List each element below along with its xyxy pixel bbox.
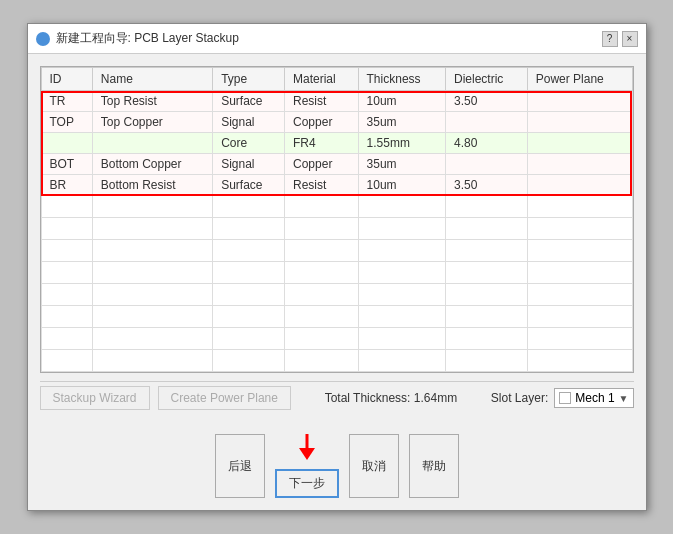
total-thickness-label: Total Thickness: 1.64mm [325,391,458,405]
content-area: ID Name Type Material Thickness Dielectr… [28,54,646,426]
col-power-plane: Power Plane [527,68,632,91]
slot-color-swatch [559,392,571,404]
layer-table: ID Name Type Material Thickness Dielectr… [41,67,633,372]
slot-dropdown-arrow[interactable]: ▼ [619,393,629,404]
title-bar-left: 新建工程向导: PCB Layer Stackup [36,30,239,47]
bottom-bar: Stackup Wizard Create Power Plane Total … [40,381,634,414]
next-button[interactable]: 下一步 [275,469,339,498]
col-material: Material [285,68,359,91]
table-row-empty [41,350,632,372]
table-row[interactable]: TRTop ResistSurfaceResist10um3.50 [41,91,632,112]
stackup-wizard-button[interactable]: Stackup Wizard [40,386,150,410]
layer-table-container: ID Name Type Material Thickness Dielectr… [40,66,634,373]
table-row-empty [41,240,632,262]
table-row[interactable]: CoreFR41.55mm4.80 [41,133,632,154]
create-power-plane-button[interactable]: Create Power Plane [158,386,291,410]
close-window-btn[interactable]: × [622,31,638,47]
back-button[interactable]: 后退 [215,434,265,498]
title-bar: 新建工程向导: PCB Layer Stackup ? × [28,24,646,54]
title-bar-controls: ? × [602,31,638,47]
cancel-button[interactable]: 取消 [349,434,399,498]
main-window: 新建工程向导: PCB Layer Stackup ? × ID Name Ty… [27,23,647,511]
table-row-empty [41,262,632,284]
table-row[interactable]: BOTBottom CopperSignalCopper35um [41,154,632,175]
table-header-row: ID Name Type Material Thickness Dielectr… [41,68,632,91]
table-row-empty [41,284,632,306]
table-row[interactable]: BRBottom ResistSurfaceResist10um3.50 [41,175,632,196]
bottom-bar-left: Stackup Wizard Create Power Plane [40,386,291,410]
footer-bar: 后退 下一步 取消 帮助 [28,426,646,510]
bottom-bar-right: Slot Layer: Mech 1 ▼ [491,388,634,408]
slot-layer-select[interactable]: Mech 1 ▼ [554,388,633,408]
slot-layer-label: Slot Layer: [491,391,548,405]
col-dielectric: Dielectric [446,68,528,91]
svg-marker-1 [299,448,315,460]
window-title: 新建工程向导: PCB Layer Stackup [56,30,239,47]
help-button[interactable]: 帮助 [409,434,459,498]
col-id: ID [41,68,92,91]
table-row[interactable]: TOPTop CopperSignalCopper35um [41,112,632,133]
table-row-empty [41,218,632,240]
table-wrapper: ID Name Type Material Thickness Dielectr… [40,66,634,373]
col-thickness: Thickness [358,68,445,91]
arrow-indicator [295,434,319,465]
col-type: Type [213,68,285,91]
table-row-empty [41,328,632,350]
help-window-btn[interactable]: ? [602,31,618,47]
slot-layer-value: Mech 1 [575,391,614,405]
table-row-empty [41,306,632,328]
table-row-empty [41,196,632,218]
col-name: Name [92,68,212,91]
app-icon [36,32,50,46]
